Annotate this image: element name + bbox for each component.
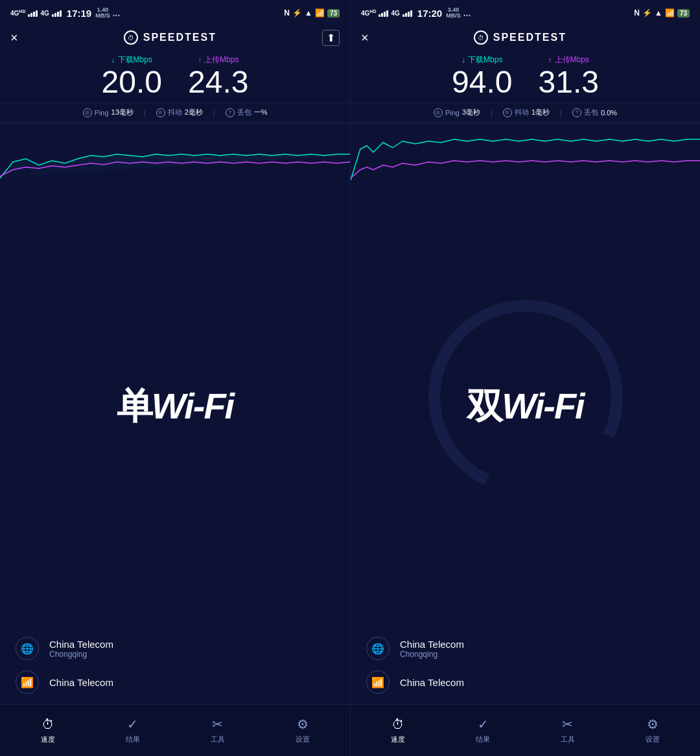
up-arrow-right: ↑ — [548, 56, 552, 65]
upload-stat-right: ↑ 上传Mbps 31.3 — [539, 54, 599, 100]
speed-unit-left: MB/S — [95, 13, 110, 19]
download-value-right: 94.0 — [452, 65, 512, 100]
nav-tools-label-left: 工具 — [211, 735, 225, 744]
download-value-left: 20.0 — [102, 65, 162, 100]
bluetooth-icon-right: ⚡ — [642, 8, 652, 17]
nav-tools-left[interactable]: ✂ 工具 — [175, 716, 260, 744]
status-left-right: 4GHD 4G 17:20 3.40 MB/S ... — [361, 7, 471, 19]
nav-results-label-right: 结果 — [476, 735, 490, 744]
network-location-1-right: Chongqing — [400, 650, 464, 659]
bottom-nav-left: ⏱ 速度 ✓ 结果 ✂ 工具 ⚙ 设置 — [0, 704, 350, 756]
chart-left — [0, 123, 350, 188]
share-button-left[interactable]: ⬆ — [322, 30, 340, 46]
app-header-left: × ⏱ SPEEDTEST ⬆ — [0, 23, 350, 52]
battery-right: 73 — [677, 9, 690, 17]
network-item-2-right: 📶 China Telecom — [366, 670, 684, 694]
signal-bars-2 — [52, 9, 62, 17]
network-item-1-right: 🌐 China Telecom Chongqing — [366, 637, 684, 660]
status-left: 4GHD 4G 17:19 1.40 MB/S ... — [10, 7, 120, 19]
network-name-1-left: China Telecom — [49, 639, 113, 650]
signal-bars-2-right — [402, 9, 412, 17]
check-icon-right: ✓ — [475, 716, 491, 732]
tools-icon-left: ✂ — [210, 716, 226, 732]
close-button-right[interactable]: × — [361, 30, 369, 45]
network-name-1-right: China Telecom — [400, 639, 464, 650]
network-info-left: 🌐 China Telecom Chongqing 📶 China Teleco… — [0, 626, 350, 704]
wifi-icon-right-net: 📶 — [366, 670, 390, 694]
ping-row-left: ◎ Ping 13毫秒 | ⊙ 抖动 2毫秒 | ? 丢包 一% — [0, 102, 350, 123]
gear-icon-right: ⚙ — [645, 716, 660, 732]
nav-results-left[interactable]: ✓ 结果 — [90, 716, 175, 744]
network-name-2-left: China Telecom — [49, 677, 113, 688]
down-arrow-left: ↓ — [111, 56, 115, 65]
nav-speed-right[interactable]: ⏱ 速度 — [356, 716, 441, 744]
check-icon-left: ✓ — [125, 716, 141, 732]
nav-results-label-left: 结果 — [126, 735, 140, 744]
down-arrow-right: ↓ — [461, 56, 465, 65]
speedometer-icon-right: ⏱ — [390, 716, 406, 732]
speedtest-logo-left: ⏱ — [124, 30, 138, 45]
battery-left: 73 — [327, 9, 340, 17]
signal-4g-2-right: 4G — [391, 10, 399, 17]
bottom-nav-right: ⏱ 速度 ✓ 结果 ✂ 工具 ⚙ 设置 — [351, 704, 700, 756]
globe-icon-right: 🌐 — [366, 637, 390, 660]
dots-right: ... — [463, 8, 471, 18]
loss-icon-right: ? — [572, 108, 581, 117]
nfc-icon-right: N — [634, 8, 640, 17]
network-details-2-right: China Telecom — [400, 677, 464, 688]
signal-bars-1 — [28, 9, 38, 17]
jitter-icon-left: ⊙ — [156, 108, 165, 117]
nav-speed-label-right: 速度 — [391, 735, 405, 744]
up-arrow-left: ↑ — [198, 56, 202, 65]
wifi-signal-right: 📶 — [665, 8, 675, 17]
app-header-right: × ⏱ SPEEDTEST — [351, 23, 700, 52]
chart-svg-left — [0, 123, 350, 188]
nav-settings-left[interactable]: ⚙ 设置 — [260, 716, 345, 744]
time-left: 17:19 — [67, 8, 91, 19]
app-title-left: SPEEDTEST — [143, 32, 216, 43]
ping-label-left: Ping — [95, 109, 109, 117]
signal-4g-right: 4GHD — [361, 9, 376, 17]
status-right-left: N ⚡ ▲ 📶 73 — [284, 8, 340, 17]
ping-item-left: ◎ Ping 13毫秒 — [83, 108, 134, 117]
signal-4g: 4GHD — [10, 9, 25, 17]
download-stat-right: ↓ 下载Mbps 94.0 — [452, 54, 512, 100]
bluetooth-icon-left: ⚡ — [292, 8, 302, 17]
app-title-right: SPEEDTEST — [493, 32, 566, 43]
ping-icon-right: ◎ — [434, 108, 443, 117]
speedometer-icon-left: ⏱ — [40, 716, 56, 732]
download-label-right: ↓ 下载Mbps — [461, 54, 502, 65]
title-area-left: ⏱ SPEEDTEST — [124, 30, 216, 45]
loss-item-left: ? 丢包 一% — [226, 108, 268, 117]
status-bar-left: 4GHD 4G 17:19 1.40 MB/S ... N — [0, 0, 350, 23]
network-details-2-left: China Telecom — [49, 677, 113, 688]
nav-tools-right[interactable]: ✂ 工具 — [526, 716, 611, 744]
nav-settings-right[interactable]: ⚙ 设置 — [610, 716, 695, 744]
nav-speed-left[interactable]: ⏱ 速度 — [5, 716, 90, 744]
gear-icon-left: ⚙ — [295, 716, 310, 732]
ping-value-right: 3毫秒 — [462, 108, 480, 117]
network-item-2-left: 📶 China Telecom — [16, 670, 334, 694]
wifi-icon-left-net: 📶 — [16, 670, 39, 694]
chart-right — [351, 123, 700, 188]
speed-stats-left: ↓ 下载Mbps 20.0 ↑ 上传Mbps 24.3 — [0, 52, 350, 102]
upload-value-right: 31.3 — [539, 65, 599, 100]
network-details-1-left: China Telecom Chongqing — [49, 639, 113, 659]
download-stat-left: ↓ 下载Mbps 20.0 — [102, 54, 162, 100]
ping-row-right: ◎ Ping 3毫秒 | ⊙ 抖动 1毫秒 | ? 丢包 0.0% — [351, 102, 700, 123]
wifi-icon-right: ▲ — [655, 8, 662, 17]
network-details-1-right: China Telecom Chongqing — [400, 639, 464, 659]
ping-value-left: 13毫秒 — [111, 108, 134, 117]
right-panel: 4GHD 4G 17:20 3.40 MB/S ... N — [350, 0, 700, 756]
network-item-1-left: 🌐 China Telecom Chongqing — [16, 637, 334, 660]
title-area-right: ⏱ SPEEDTEST — [474, 30, 566, 45]
nfc-icon-left: N — [284, 8, 290, 17]
wifi-signal-left: 📶 — [315, 8, 325, 17]
nav-results-right[interactable]: ✓ 结果 — [441, 716, 526, 744]
status-bar-right: 4GHD 4G 17:20 3.40 MB/S ... N — [351, 0, 700, 23]
close-button-left[interactable]: × — [10, 30, 18, 45]
main-content-right: 双Wi-Fi — [351, 188, 700, 626]
jitter-item-right: ⊙ 抖动 1毫秒 — [503, 108, 550, 117]
chart-svg-right — [351, 123, 700, 188]
dots-left: ... — [113, 8, 121, 18]
